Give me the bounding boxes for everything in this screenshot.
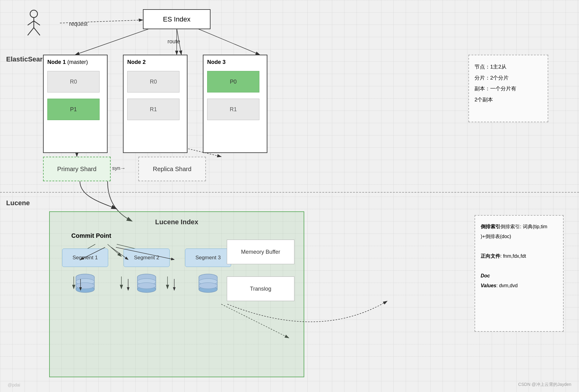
bottom-info-line4: 正向文件: fnm,fdx,fdt [481, 251, 557, 261]
svg-line-4 [75, 28, 151, 55]
bottom-info-line6: Doc [481, 271, 557, 281]
db-icon-1 [62, 272, 108, 295]
node-3-box: Node 3 P0 R1 [203, 55, 267, 153]
watermark-left: @pdai [8, 382, 20, 387]
es-index-box: ES Index [143, 9, 211, 29]
svg-line-6 [197, 28, 260, 55]
svg-point-44 [199, 283, 217, 289]
node-2-shard-r0: R0 [127, 71, 179, 92]
bottom-info-line2: )+倒排表(doc) [481, 232, 557, 241]
segment-1-box: Segment 1 [62, 249, 108, 267]
svg-line-20 [34, 21, 40, 25]
segment-2-box: Segment 2 [124, 249, 170, 267]
node-1-box: Node 1 (master) R0 P1 [43, 55, 108, 153]
svg-line-22 [34, 28, 40, 35]
right-side-boxes: Memeory Buffer Translog [227, 240, 294, 301]
svg-point-17 [30, 10, 37, 18]
node-3-shard-r1: R1 [207, 99, 259, 120]
node-3-title: Node 3 [207, 59, 263, 65]
route-label: route [167, 38, 180, 45]
top-info-box: 节点：1主2从 分片：2个分片 副本：一个分片有 2个副本 [468, 55, 548, 122]
primary-shard-box: Primary Shard [43, 157, 111, 181]
bottom-info-line1: 倒排索引倒排索引: 词典(tip,tim [481, 222, 557, 232]
db-icon-2 [124, 272, 170, 295]
lucene-index-box: Lucene Index Commit Point Segment 1 Segm… [49, 211, 304, 377]
lucene-label: Lucene [6, 199, 30, 207]
main-container: request ES Index route ElasticSearch Nod… [0, 0, 579, 392]
info-line1: 节点：1主2从 [475, 61, 542, 73]
node-3-shard-p0: P0 [207, 71, 259, 92]
svg-point-37 [137, 283, 156, 289]
info-line3: 副本：一个分片有 [475, 83, 542, 94]
node-2-title: Node 2 [127, 59, 183, 65]
node-1-shard-p1: P1 [47, 99, 100, 120]
info-line2: 分片：2个分片 [475, 73, 542, 84]
node-1-shard-r0: R0 [47, 71, 100, 92]
node-2-shard-r1: R1 [127, 99, 179, 120]
replica-shard-box: Replica Shard [138, 157, 206, 181]
watermark-right: CSDN @冲上云霄的Jayden [518, 382, 571, 387]
db-icon-3 [185, 272, 231, 295]
svg-line-19 [28, 21, 34, 25]
bottom-info-box: 倒排索引倒排索引: 词典(tip,tim )+倒排表(doc) 正向文件: fn… [475, 215, 564, 332]
segment-3-box: Segment 3 [185, 249, 231, 267]
info-line4: 2个副本 [475, 94, 542, 105]
node-2-box: Node 2 R0 R1 [123, 55, 187, 153]
request-label: request [69, 21, 88, 27]
syn-label: syn→ [112, 165, 125, 171]
svg-point-30 [76, 283, 94, 289]
node-1-title: Node 1 (master) [47, 59, 103, 65]
translog-box: Translog [227, 276, 294, 301]
section-divider [0, 192, 579, 193]
person-icon [25, 9, 43, 34]
svg-line-21 [28, 28, 34, 35]
lucene-index-title: Lucene Index [56, 218, 297, 226]
bottom-info-line7: Values: dvm,dvd [481, 281, 557, 291]
memory-buffer-box: Memeory Buffer [227, 240, 294, 264]
commit-point-label: Commit Point [71, 232, 297, 239]
